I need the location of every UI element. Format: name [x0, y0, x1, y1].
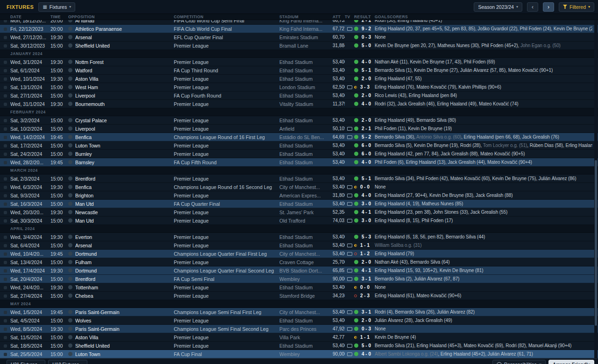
fixture-row[interactable]: Sat, 16/3/202415:00Man UtdFA Cup Quarter…	[0, 200, 598, 208]
fixture-row[interactable]: Sat, 13/1/202415:00West HamPremier Leagu…	[0, 83, 598, 91]
fixture-opposition[interactable]: Man Utd	[68, 201, 174, 207]
fixture-row[interactable]: Wed, 6/3/202419:30BenficaChampions Leagu…	[0, 183, 598, 191]
fixture-row[interactable]: Sat, 9/3/202415:00BrightonPremier League…	[0, 191, 598, 200]
previous-season-button[interactable]: ‹	[527, 2, 538, 12]
column-header-result[interactable]: RESULT	[354, 14, 375, 19]
fixture-opposition[interactable]: Paris Saint-Germain	[68, 309, 174, 315]
fixture-opposition[interactable]: Dortmund	[68, 268, 174, 273]
fixture-row[interactable]: Sat, 13/4/202415:00FulhamPremier LeagueC…	[0, 258, 598, 266]
column-header-att[interactable]: ATT	[329, 14, 345, 19]
fixture-opposition[interactable]: Brentford	[68, 276, 174, 282]
fixture-row[interactable]: Wed, 14/2/202419:45BenficaChampions Leag…	[0, 133, 598, 141]
fixture-opposition[interactable]: Benfica	[68, 134, 174, 140]
fixture-opposition[interactable]: Luton Town	[68, 143, 174, 148]
fixture-opposition[interactable]: Luton Town	[68, 351, 174, 357]
fixture-opposition[interactable]: Chelsea	[68, 293, 174, 299]
fixture-opposition[interactable]: Aston Villa	[68, 335, 174, 340]
result-cell: 2 - 3	[354, 293, 375, 298]
fixture-opposition[interactable]: Crystal Palace	[68, 118, 174, 123]
fixture-row[interactable]: Wed, 10/1/202419:30Aston VillaPremier Le…	[0, 75, 598, 83]
fixture-row[interactable]: Sat, 30/3/202415:00Man UtdPremier League…	[0, 217, 598, 225]
fixture-opposition[interactable]: Man Utd	[68, 218, 174, 224]
fixture-row[interactable]: Sat, 30/12/202315:00Sheffield UnitedPrem…	[0, 42, 598, 50]
next-season-button[interactable]: ›	[543, 2, 554, 12]
fixture-row[interactable]: Sat, 6/4/202415:00ArsenalPremier LeagueE…	[0, 241, 598, 250]
fixture-opposition[interactable]: Wolves	[68, 318, 174, 323]
column-header-tv[interactable]: TV	[345, 14, 354, 19]
fixture-row[interactable]: Sat, 24/2/202415:00BurnleyPremier League…	[0, 150, 598, 158]
column-header-time[interactable]: TIME	[50, 14, 68, 19]
fixture-row[interactable]: Wed, 1/5/202419:45Paris Saint-GermainCha…	[0, 308, 598, 316]
u21-fixtures-button[interactable]: U21 Fixtures ›	[7, 360, 45, 364]
column-header-goalscorers[interactable]: GOALSCORERS	[375, 14, 592, 19]
fixture-row[interactable]: Wed, 17/4/202419:30DortmundChampions Lea…	[0, 266, 598, 275]
vertical-scrollbar[interactable]	[594, 20, 598, 358]
fixture-opposition[interactable]: Arsenal	[68, 35, 174, 40]
scrollbar-thumb[interactable]	[595, 160, 597, 326]
fixture-row[interactable]: Sat, 6/1/202415:00WatfordFA Cup Third Ro…	[0, 66, 598, 75]
view-selector[interactable]: ▦ Fixtures ▾	[38, 2, 75, 12]
opposition-name: Paris Saint-Germain	[75, 326, 120, 332]
filter-button[interactable]: Filtered ▾	[559, 2, 594, 12]
season-selector[interactable]: Season 2023/24 ▾	[474, 2, 522, 12]
fixture-opposition[interactable]: Tottenham	[68, 285, 174, 290]
fixture-row[interactable]: Wed, 31/1/202419:30BournemouthPremier Le…	[0, 100, 598, 108]
fixture-row[interactable]: Wed, 27/12/20...19:30ArsenalEFL Cup Quar…	[0, 33, 598, 42]
fixture-opposition[interactable]: Aston Villa	[68, 76, 174, 82]
fixture-row[interactable]: Sat, 17/2/202415:00Luton TownPremier Lea…	[0, 141, 598, 150]
fixture-row[interactable]: Sat, 11/5/202415:00Aston VillaPremier Le…	[0, 333, 598, 342]
fixture-opposition[interactable]: Everton	[68, 234, 174, 240]
fixture-row[interactable]: Sat, 3/2/202415:00Crystal PalacePremier …	[0, 116, 598, 125]
fixture-opposition[interactable]: Liverpool	[68, 93, 174, 98]
fixture-date: Wed, 24/4/20...	[10, 285, 50, 290]
fixture-row[interactable]: Sat, 4/5/202415:00WolvesPremier LeagueEt…	[0, 316, 598, 325]
fixture-opposition[interactable]: Fulham	[68, 259, 174, 265]
result-cell: 3 - 3	[354, 84, 375, 90]
column-header-opposition[interactable]: OPPOSITION	[68, 14, 174, 19]
fixture-opposition[interactable]: Barnsley	[68, 160, 174, 165]
fixture-row[interactable]: Sat, 2/3/202415:00BrentfordPremier Leagu…	[0, 175, 598, 183]
fixture-opposition[interactable]: Watford	[68, 68, 174, 73]
fixture-opposition[interactable]: Athletico Paranaense	[68, 26, 174, 32]
fixture-opposition[interactable]: Brighton	[68, 193, 174, 198]
fixture-opposition[interactable]: Sheffield United	[68, 43, 174, 49]
fixture-attendance: 64,691	[329, 134, 345, 140]
fixture-opposition[interactable]: Liverpool	[68, 126, 174, 132]
fixture-opposition[interactable]: Burnley	[68, 151, 174, 157]
arrange-friendly-button[interactable]: Arrange Friendly	[548, 360, 594, 364]
fixture-row[interactable]: Wed, 8/5/202419:30Paris Saint-GermainCha…	[0, 325, 598, 333]
fixture-opposition[interactable]: Newcastle	[68, 210, 174, 215]
fixture-competition: Premier League	[174, 126, 278, 132]
column-header-competition[interactable]: COMPETITION	[174, 14, 278, 19]
column-header-stadium[interactable]: STADIUM	[278, 14, 329, 19]
fixture-row[interactable]: Wed, 20/3/20...19:30NewcastlePremier Lea…	[0, 208, 598, 217]
u18-fixtures-button[interactable]: U18 Fixtures ›	[48, 360, 87, 364]
fixture-row[interactable]: Sat, 27/4/202415:00ChelseaPremier League…	[0, 292, 598, 300]
fixture-opposition[interactable]: Sheffield United	[68, 343, 174, 349]
fixture-row[interactable]: Fri, 22/12/202320:00Athletico Paranaense…	[0, 25, 598, 33]
fixture-opposition[interactable]: Benfica	[68, 184, 174, 190]
fixture-opposition[interactable]: Dortmund	[68, 251, 174, 257]
fixture-time: 19:45	[50, 309, 68, 315]
fixture-opposition[interactable]: Brentford	[68, 176, 174, 182]
fixture-row[interactable]: Sat, 27/1/202415:00LiverpoolFA Cup Fourt…	[0, 91, 598, 100]
fixture-opposition[interactable]: Arsenal	[68, 243, 174, 248]
tv-icon	[347, 202, 352, 206]
fixture-opposition[interactable]: Bournemouth	[68, 101, 174, 107]
fixture-row[interactable]: Mon, 18/12/20...20:00Al IttihadFIFA Club…	[0, 20, 598, 25]
responsibilities-button[interactable]: Responsibilities ▾	[492, 360, 546, 364]
fixture-opposition[interactable]: West Ham	[68, 84, 174, 90]
fixture-opposition[interactable]: Paris Saint-Germain	[68, 326, 174, 332]
fixture-row[interactable]: Sat, 20/4/202415:00BrentfordFA Cup Semi …	[0, 275, 598, 283]
fixture-row[interactable]: Sat, 10/2/202415:00LiverpoolPremier Leag…	[0, 125, 598, 133]
fixture-opposition[interactable]: Nottm Forest	[68, 59, 174, 65]
fixture-row[interactable]: Wed, 3/1/202419:30Nottm ForestPremier Le…	[0, 58, 598, 66]
fixture-row[interactable]: Sat, 25/5/202415:00Luton TownFA Cup Fina…	[0, 350, 598, 358]
fixture-row[interactable]: Wed, 10/4/20...19:45DortmundChampions Le…	[0, 250, 598, 258]
fixture-row[interactable]: Wed, 3/4/202419:30EvertonPremier LeagueE…	[0, 233, 598, 241]
fixture-row[interactable]: Wed, 28/2/20...19:45BarnsleyFA Cup Fifth…	[0, 158, 598, 167]
fixture-opposition[interactable]: Al Ittihad	[68, 20, 174, 23]
fixture-row[interactable]: Wed, 24/4/20...19:30TottenhamPremier Lea…	[0, 283, 598, 292]
column-header-date[interactable]: DATE	[10, 14, 50, 19]
fixture-row[interactable]: Sat, 18/5/202415:00Sheffield UnitedPremi…	[0, 342, 598, 350]
